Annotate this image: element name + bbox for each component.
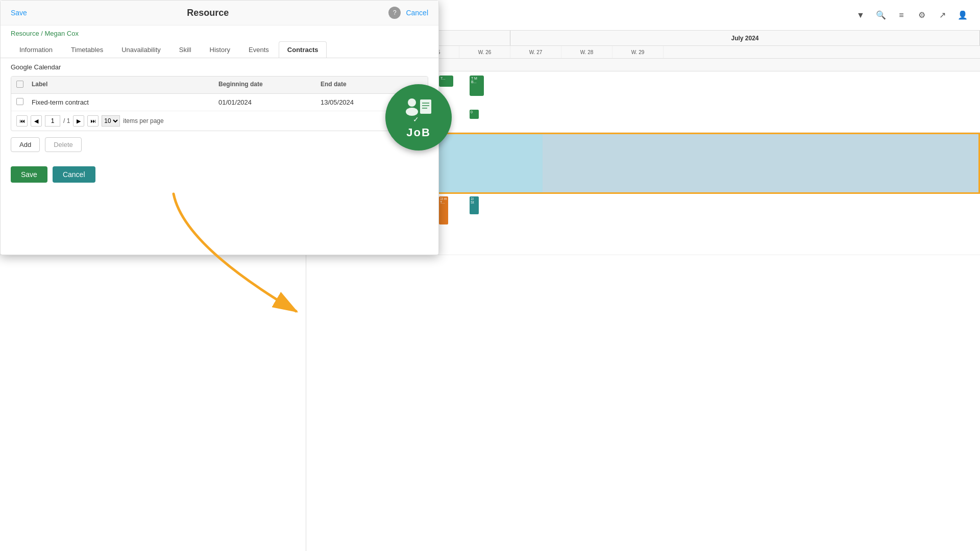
daniel-teal-mid[interactable]: 1t St: [470, 196, 479, 214]
gantt-user-icon[interactable]: 👤: [955, 8, 970, 22]
tab-events[interactable]: Events: [240, 41, 278, 58]
gantt-filter-icon[interactable]: ▼: [853, 8, 868, 22]
tab-timetables[interactable]: Timetables: [62, 41, 112, 58]
tab-contracts[interactable]: Contracts: [279, 41, 327, 58]
row-beginning-date: 01/01/2024: [218, 98, 321, 106]
megan-grey-area: [543, 134, 978, 192]
week-28: W. 28: [561, 46, 612, 58]
gantt-export-icon[interactable]: ↗: [935, 8, 949, 22]
col-beginning-header: Beginning date: [218, 81, 321, 89]
next-page-button[interactable]: ▶: [73, 115, 84, 127]
last-page-button[interactable]: ⏭: [87, 115, 99, 127]
resource-modal: Save Resource ? Cancel Resource / Megan …: [0, 0, 439, 255]
row-checkbox[interactable]: [16, 98, 23, 105]
daniel-orange-mid-2[interactable]: 1t m T...: [439, 196, 448, 224]
weeks-remainder: [664, 46, 980, 58]
svg-text:✓: ✓: [413, 115, 419, 123]
bottom-actions: Save Cancel: [1, 158, 438, 191]
items-per-page-select[interactable]: 10 25 50: [102, 115, 120, 127]
page-number-input[interactable]: [45, 115, 60, 127]
row-check: [16, 98, 32, 107]
tab-skill[interactable]: Skill: [170, 41, 200, 58]
lucy-task-4[interactable]: T M B...: [470, 76, 484, 96]
header-checkbox[interactable]: [16, 81, 23, 88]
breadcrumb-text: Resource / Megan Cox: [11, 30, 79, 37]
week-27: W. 27: [510, 46, 561, 58]
svg-rect-2: [420, 99, 431, 114]
contracts-table: Label Beginning date End date Fixed-term…: [11, 76, 428, 131]
job-icon-text: JoB: [406, 126, 431, 139]
row-label: Fixed-term contract: [32, 98, 218, 106]
col-check: [16, 81, 32, 89]
items-per-page-label: items per page: [123, 117, 163, 124]
week-29: W. 29: [612, 46, 664, 58]
bottom-save-button[interactable]: Save: [11, 166, 47, 183]
days-more: [408, 59, 980, 71]
page-separator: / 1: [63, 117, 70, 124]
svg-point-0: [408, 98, 416, 107]
tab-history[interactable]: History: [201, 41, 239, 58]
gantt-stack-icon[interactable]: ≡: [894, 8, 909, 22]
add-button[interactable]: Add: [11, 137, 40, 152]
pagination-row: ⏮ ◀ / 1 ▶ ⏭ 10 25 50 items per page 1 - …: [11, 111, 428, 131]
tab-information[interactable]: Information: [11, 41, 61, 58]
modal-header: Save Resource ? Cancel: [1, 1, 438, 26]
delete-button[interactable]: Delete: [45, 137, 82, 152]
modal-save-button[interactable]: Save: [11, 9, 27, 17]
col-label-header: Label: [32, 81, 218, 89]
job-icon-circle: ✓ JoB: [385, 84, 452, 151]
svg-point-1: [406, 108, 418, 116]
modal-help-icon[interactable]: ?: [388, 7, 401, 19]
table-header: Label Beginning date End date: [11, 77, 428, 94]
modal-cancel-button[interactable]: Cancel: [406, 9, 428, 17]
modal-title: Resource: [27, 8, 388, 18]
july-label: July 2024: [510, 31, 980, 45]
prev-page-button[interactable]: ◀: [31, 115, 42, 127]
week-26: W. 26: [459, 46, 510, 58]
job-contract-icon: ✓: [401, 95, 436, 126]
lucy-green-2[interactable]: 0: [470, 110, 479, 119]
gantt-toolbar-icons: ▼ 🔍 ≡ ⚙ ↗ 👤: [853, 8, 970, 22]
lucy-task-3[interactable]: T...: [439, 76, 453, 87]
google-calendar-label: Google Calendar: [1, 58, 438, 76]
first-page-button[interactable]: ⏮: [16, 115, 28, 127]
tabs-container: Information Timetables Unavailability Sk…: [1, 41, 438, 58]
gantt-search-icon[interactable]: 🔍: [874, 8, 888, 22]
breadcrumb: Resource / Megan Cox: [1, 26, 438, 41]
bottom-cancel-button[interactable]: Cancel: [53, 166, 95, 183]
tab-unavailability[interactable]: Unavailability: [113, 41, 169, 58]
gantt-settings-icon[interactable]: ⚙: [915, 8, 929, 22]
action-buttons-row: Add Delete: [1, 131, 438, 158]
table-row[interactable]: Fixed-term contract 01/01/2024 13/05/202…: [11, 94, 428, 111]
